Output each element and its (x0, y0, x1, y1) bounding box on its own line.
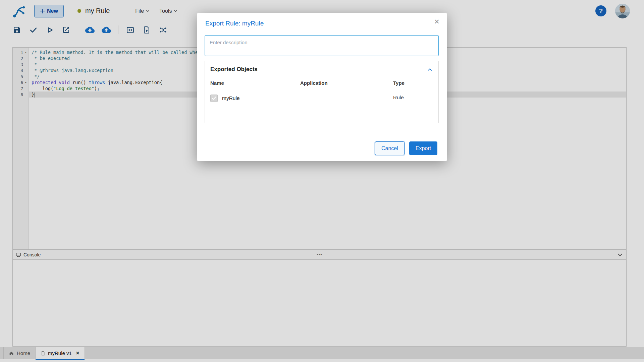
close-icon[interactable]: × (434, 17, 439, 26)
exported-objects-title: Exported Objects (210, 66, 258, 73)
cell-type: Rule (393, 95, 433, 101)
export-button[interactable]: Export (409, 141, 437, 155)
row-name-value: myRule (222, 95, 240, 101)
column-type: Type (393, 80, 433, 86)
exported-objects-panel: Exported Objects Name Application Type m… (205, 61, 439, 123)
column-application: Application (300, 80, 393, 86)
dialog-title: Export Rule: myRule (205, 20, 264, 27)
row-checkbox[interactable] (210, 95, 218, 102)
export-rule-dialog: Export Rule: myRule × Exported Objects N… (197, 13, 447, 161)
checkmark-icon (212, 96, 216, 101)
cancel-button[interactable]: Cancel (375, 141, 405, 155)
cell-name: myRule (210, 95, 300, 102)
table-header-row: Name Application Type (205, 75, 438, 90)
exported-objects-header: Exported Objects (205, 61, 438, 75)
collapse-section-button[interactable] (427, 66, 433, 73)
description-input[interactable] (205, 35, 439, 56)
column-name: Name (210, 80, 300, 86)
table-row: myRule Rule (205, 90, 438, 106)
dialog-footer: Cancel Export (375, 141, 437, 155)
chevron-up-icon (427, 66, 433, 73)
